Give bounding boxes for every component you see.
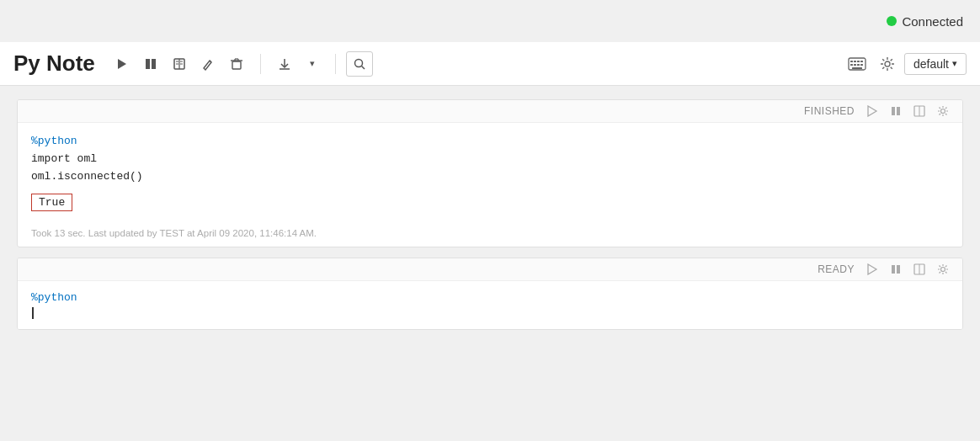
svg-point-42 (941, 268, 945, 272)
toolbar-separator-1 (260, 54, 261, 74)
cell-1-interrupt-button[interactable] (887, 104, 905, 119)
cell-run-icon (866, 105, 878, 117)
toolbar-group-main (109, 51, 250, 77)
cell-2-interrupt-button[interactable] (887, 262, 905, 277)
connected-label: Connected (902, 14, 963, 29)
svg-rect-39 (897, 265, 900, 274)
svg-rect-38 (892, 265, 895, 274)
code-line-3: oml.isconnected() (31, 168, 949, 186)
connection-status: Connected (887, 14, 963, 29)
svg-point-30 (885, 61, 890, 66)
profile-label: default (913, 57, 949, 71)
code-line-2: import oml (31, 151, 949, 168)
cell-1-body: %python import oml oml.isconnected() Tru… (18, 123, 962, 221)
book-button[interactable] (166, 51, 193, 77)
download-button[interactable] (271, 51, 298, 77)
header-toolbar: Py Note (0, 42, 980, 86)
notebook-content: FINISHED (0, 86, 980, 343)
profile-dropdown[interactable]: default ▾ (904, 53, 967, 75)
svg-line-9 (210, 61, 211, 62)
cell-2-book-icon (913, 263, 925, 275)
code-line-1: %python (31, 133, 949, 151)
cell-2-run-icon (866, 263, 878, 275)
text-cursor (32, 307, 34, 319)
cell-2-gear-icon (937, 263, 949, 275)
cell-2-input[interactable]: %python (18, 281, 962, 329)
keyboard-button[interactable] (844, 53, 871, 75)
svg-line-19 (361, 66, 365, 69)
output-true-value: True (31, 194, 72, 211)
cell-2-book-button[interactable] (910, 262, 929, 277)
cell-2-run-button[interactable] (863, 262, 881, 277)
keyboard-icon (848, 57, 866, 71)
svg-marker-37 (868, 264, 876, 274)
book-icon (173, 57, 186, 71)
run-button[interactable] (109, 51, 136, 77)
chevron-down-icon: ▾ (310, 58, 315, 69)
app-title: Py Note (13, 50, 95, 77)
cell-1-book-button[interactable] (910, 104, 929, 119)
svg-rect-25 (850, 64, 853, 66)
cell-1-status: FINISHED (804, 105, 855, 117)
cell-2-header: READY (18, 258, 962, 281)
profile-chevron-icon: ▾ (952, 58, 957, 69)
svg-rect-23 (857, 61, 860, 62)
code-line-py: %python (31, 290, 949, 307)
cell-2-status: READY (818, 263, 855, 275)
svg-rect-32 (892, 107, 895, 115)
cell-1-settings-button[interactable] (934, 104, 952, 119)
cell-1: FINISHED (17, 99, 963, 247)
pen-icon (201, 57, 215, 71)
svg-rect-24 (860, 61, 863, 62)
svg-rect-11 (232, 61, 241, 69)
download-icon (278, 57, 291, 71)
cell-1-output: True (31, 194, 949, 211)
cell-2-settings-button[interactable] (934, 262, 952, 277)
connected-dot (887, 16, 897, 26)
cell-book-icon (913, 105, 925, 117)
cell-2-cursor-line (31, 307, 949, 319)
svg-marker-31 (868, 106, 876, 116)
cell-1-header: FINISHED (18, 100, 962, 123)
run-icon (115, 57, 129, 71)
cell-1-run-button[interactable] (863, 104, 881, 119)
svg-rect-26 (854, 64, 856, 66)
interrupt-icon (144, 57, 157, 71)
trash-icon (230, 57, 243, 71)
cell-gear-icon (937, 105, 949, 117)
svg-marker-0 (118, 59, 126, 69)
svg-rect-29 (852, 67, 862, 69)
svg-line-10 (204, 68, 205, 70)
svg-rect-2 (152, 59, 156, 69)
svg-rect-28 (860, 64, 863, 66)
toolbar-group-download: ▾ (271, 51, 325, 77)
cell-1-code: %python import oml oml.isconnected() (31, 133, 949, 185)
gear-icon (880, 56, 895, 72)
svg-rect-27 (857, 64, 860, 66)
trash-button[interactable] (223, 51, 250, 77)
svg-point-36 (941, 109, 945, 114)
search-button[interactable] (346, 51, 373, 77)
cell-2-interrupt-icon (890, 263, 902, 275)
cell-interrupt-icon (890, 105, 902, 117)
svg-rect-22 (854, 61, 856, 62)
svg-rect-33 (897, 107, 900, 115)
toolbar-separator-2 (335, 54, 336, 74)
cell-2-code: %python (31, 290, 949, 307)
right-toolbar: default ▾ (844, 52, 967, 76)
interrupt-button[interactable] (137, 51, 164, 77)
settings-button[interactable] (876, 52, 899, 76)
download-dropdown-button[interactable]: ▾ (300, 51, 325, 77)
svg-rect-21 (850, 61, 853, 62)
svg-rect-1 (146, 59, 150, 69)
pen-button[interactable] (194, 51, 221, 77)
cell-1-footer: Took 13 sec. Last updated by TEST at Apr… (18, 221, 962, 247)
cell-2: READY (17, 258, 963, 330)
status-bar: Connected (0, 0, 980, 42)
svg-point-18 (354, 59, 362, 66)
search-icon (353, 57, 366, 71)
